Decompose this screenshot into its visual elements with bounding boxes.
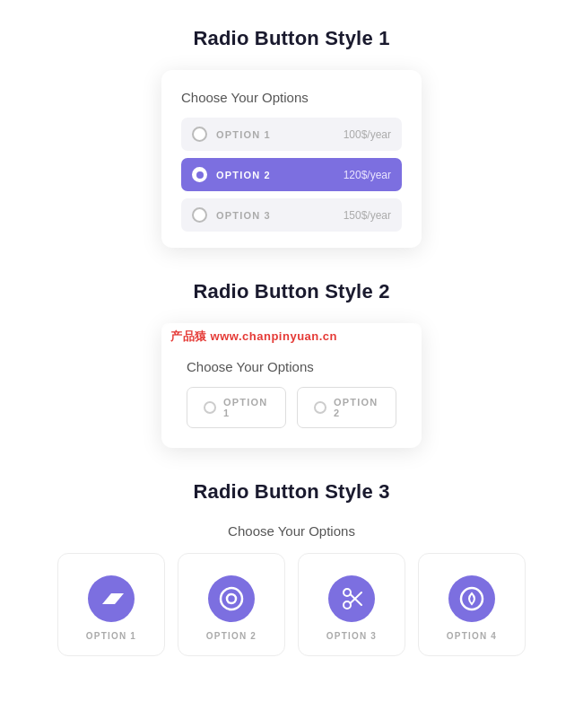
style3-icon-1 [88,575,135,622]
style3-icon-2 [208,575,255,622]
style3-option-3[interactable]: OPTION 3 [298,553,405,656]
style1-card: Choose Your Options OPTION 1 100$/year O… [161,70,422,248]
style2-radio-1 [204,401,216,414]
style1-option-1[interactable]: OPTION 1 100$/year [181,118,402,151]
style1-radio-3 [192,207,207,223]
style1-option-2-left: OPTION 2 [192,167,271,182]
style2-card-title: Choose Your Options [187,359,396,374]
style3-option-2-label: OPTION 2 [206,631,257,641]
style3-container: Choose Your Options OPTION 1 [18,523,565,656]
style2-option-1[interactable]: OPTION 1 [187,387,286,428]
style1-option-1-left: OPTION 1 [192,127,271,142]
style3-section: Radio Button Style 3 Choose Your Options… [18,480,565,656]
style3-icon-4 [448,575,495,622]
svg-point-3 [344,601,351,609]
style3-option-1[interactable]: OPTION 1 [57,553,165,656]
style1-title: Radio Button Style 1 [193,27,389,50]
style3-option-4[interactable]: OPTION 4 [418,553,526,656]
style1-option-1-label: OPTION 1 [216,129,271,140]
svg-point-2 [344,589,351,596]
style1-option-3-label: OPTION 3 [216,210,271,221]
style1-option-3[interactable]: OPTION 3 150$/year [181,198,402,232]
style2-title: Radio Button Style 2 [193,280,389,303]
style2-watermark-container: 产品猿 www.chanpinyuan.cn Choose Your Optio… [161,323,422,448]
style2-watermark: 产品猿 www.chanpinyuan.cn [161,323,422,350]
style3-title: Radio Button Style 3 [193,480,389,504]
svg-point-1 [227,594,236,603]
style1-card-title: Choose Your Options [181,90,402,105]
style1-radio-2 [192,167,207,182]
style3-option-1-label: OPTION 1 [86,631,136,641]
style3-icon-3 [328,575,375,622]
svg-point-6 [461,588,483,610]
style3-option-4-label: OPTION 4 [447,631,497,641]
style2-options: OPTION 1 OPTION 2 [187,387,396,428]
style1-option-2[interactable]: OPTION 2 120$/year [181,158,402,191]
style1-option-1-price: 100$/year [344,128,391,141]
style3-grid: OPTION 1 OPTION 2 [18,553,565,656]
style2-option-1-label: OPTION 1 [223,397,269,418]
style2-watermark-text: 产品猿 www.chanpinyuan.cn [170,329,337,345]
style3-card-title: Choose Your Options [228,523,355,539]
style2-section: Radio Button Style 2 产品猿 www.chanpinyuan… [18,280,565,448]
style1-option-3-price: 150$/year [344,209,391,222]
style1-option-3-left: OPTION 3 [192,207,271,223]
style2-radio-2 [314,401,326,414]
svg-point-0 [221,588,242,610]
style3-option-3-label: OPTION 3 [326,631,377,641]
style1-option-2-label: OPTION 2 [216,170,271,180]
style1-section: Radio Button Style 1 Choose Your Options… [18,27,565,248]
svg-line-5 [351,592,362,603]
style2-option-2[interactable]: OPTION 2 [297,387,396,428]
style2-option-2-label: OPTION 2 [334,397,379,418]
svg-line-4 [351,594,362,605]
style3-option-2[interactable]: OPTION 2 [178,553,285,656]
style1-radio-1 [192,127,207,142]
style1-option-2-price: 120$/year [344,169,391,181]
